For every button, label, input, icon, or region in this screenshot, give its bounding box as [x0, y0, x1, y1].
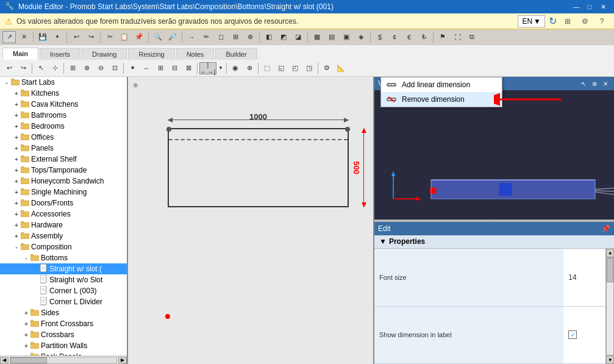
tab-drawing[interactable]: Drawing: [82, 48, 127, 60]
tree-item[interactable]: +Kitchens: [0, 88, 127, 99]
tree-item[interactable]: +External Shelf: [0, 154, 127, 165]
scroll-up-btn[interactable]: ▲: [606, 249, 614, 257]
scroll-down-btn[interactable]: ▼: [606, 355, 614, 364]
grid-icon-button[interactable]: ⊞: [560, 15, 575, 28]
prop-value-showdim[interactable]: ✓: [563, 306, 605, 364]
tree-item[interactable]: Corner L Divider: [0, 296, 127, 307]
tree-item[interactable]: +Bedrooms: [0, 121, 127, 132]
tb-btn-e[interactable]: ▤: [325, 31, 338, 43]
tb-btn-n[interactable]: ⧉: [465, 31, 479, 43]
tb2-tool11[interactable]: ◳: [302, 62, 316, 74]
language-button[interactable]: EN ▼: [518, 15, 545, 27]
settings-icon-button[interactable]: ⚙: [577, 15, 592, 28]
tree-item[interactable]: +Cava Kitchens: [0, 99, 127, 110]
tree-container[interactable]: -Start Labs+Kitchens+Cava Kitchens+Bathr…: [0, 77, 127, 355]
refresh-button[interactable]: ↻: [549, 15, 557, 27]
tb2-tool13[interactable]: 📐: [334, 62, 348, 74]
tree-item[interactable]: +Front Crossbars: [0, 318, 127, 329]
tb2-tool1[interactable]: ✦: [126, 62, 139, 74]
redo-button[interactable]: ↪: [84, 31, 98, 43]
tb2-tool3[interactable]: ⊞: [154, 62, 167, 74]
tree-item[interactable]: +Accessories: [0, 209, 127, 219]
tb2-tool4[interactable]: ⊟: [168, 62, 181, 74]
scroll-left-btn[interactable]: ◀: [0, 357, 9, 364]
tb2-tool7[interactable]: ⊕: [243, 62, 256, 74]
horizontal-scrollbar[interactable]: ◀ ▶: [0, 355, 127, 364]
tree-item[interactable]: +Back Panels: [0, 351, 127, 355]
tb2-tool2[interactable]: ↔: [140, 62, 153, 74]
tree-item[interactable]: +Assembly: [0, 230, 127, 241]
grid-button[interactable]: ⊞: [229, 31, 242, 43]
tb-btn-l[interactable]: ⚑: [436, 31, 449, 43]
tab-builder[interactable]: Builder: [215, 48, 257, 60]
snap-button[interactable]: ⊕: [243, 31, 257, 43]
tree-item[interactable]: +Crossbars: [0, 329, 127, 340]
tb-btn-c[interactable]: ◪: [291, 31, 305, 43]
tb2-tool8[interactable]: ⬚: [260, 62, 274, 74]
scroll-right-btn[interactable]: ▶: [118, 357, 127, 364]
tree-item[interactable]: Corner L (003): [0, 285, 127, 296]
tree-item[interactable]: +Honeycomb Sandwich: [0, 176, 127, 187]
pointer-button[interactable]: →: [185, 31, 198, 43]
tb-btn-i[interactable]: ¢: [388, 31, 401, 43]
tree-item[interactable]: -Start Labs: [0, 77, 127, 88]
save-button[interactable]: 💾: [36, 31, 49, 43]
eraser-button[interactable]: ◻: [214, 31, 227, 43]
close-button[interactable]: ✕: [597, 2, 609, 12]
viewport-close[interactable]: ✕: [601, 79, 610, 88]
scroll-thumb-v[interactable]: [607, 258, 613, 282]
viewport-tool1[interactable]: ↖: [579, 79, 588, 88]
tab-inserts[interactable]: Inserts: [40, 48, 80, 60]
show-dim-checkbox[interactable]: ✓: [568, 330, 577, 339]
tb2-tool6[interactable]: ◉: [229, 62, 242, 74]
tb2-zoom-sel[interactable]: ⊡: [108, 62, 121, 74]
prop-value-fontsize[interactable]: 14: [563, 249, 605, 307]
save-arrow-button[interactable]: ▼: [51, 31, 64, 43]
maximize-button[interactable]: □: [584, 2, 596, 12]
paste-button[interactable]: 📌: [132, 31, 146, 43]
tb-btn-m[interactable]: ⛶: [451, 31, 464, 43]
tree-item[interactable]: +Hardware: [0, 219, 127, 230]
cut-button[interactable]: ✂: [103, 31, 116, 43]
tb-btn-k[interactable]: ₺: [417, 31, 430, 43]
tb-btn-f[interactable]: ▣: [340, 31, 353, 43]
tb2-zoom-in2[interactable]: ⊕: [80, 62, 93, 74]
menu-add-linear-dim[interactable]: Add linear dimension: [381, 77, 502, 92]
select-tool-button[interactable]: ↗: [2, 31, 16, 43]
copy-button[interactable]: 📋: [118, 31, 131, 43]
tb2-tool10[interactable]: ◰: [288, 62, 302, 74]
viewport-tool2[interactable]: ⊕: [590, 79, 599, 88]
undo-button[interactable]: ↩: [70, 31, 83, 43]
tb2-undo[interactable]: ↩: [2, 62, 16, 74]
menu-remove-dim[interactable]: Remove dimension: [381, 92, 502, 107]
checkbox-container[interactable]: ✓: [568, 330, 601, 339]
tb-btn-d[interactable]: ▦: [310, 31, 324, 43]
tree-item[interactable]: +Single Machining: [0, 187, 127, 198]
tree-item[interactable]: +Sides: [0, 307, 127, 318]
minimize-button[interactable]: —: [570, 2, 582, 12]
tree-item[interactable]: Straight w/o Slot: [0, 274, 127, 285]
tree-item[interactable]: +Bathrooms: [0, 110, 127, 121]
tab-resizing[interactable]: Resizing: [128, 48, 174, 60]
tb2-tool12[interactable]: ⚙: [320, 62, 334, 74]
tb2-zoom-fit[interactable]: ⊞: [66, 62, 79, 74]
zoom-in-button[interactable]: 🔍: [151, 31, 165, 43]
tree-item[interactable]: Straight w/ slot (: [0, 263, 127, 274]
tree-item[interactable]: +Partition Walls: [0, 340, 127, 351]
tab-main[interactable]: Main: [2, 48, 38, 60]
pencil-button[interactable]: ✏: [199, 31, 213, 43]
tb-btn-a[interactable]: ◧: [262, 31, 276, 43]
tree-item[interactable]: -Bottoms: [0, 252, 127, 263]
tree-item[interactable]: +Tops/Tamponade: [0, 165, 127, 176]
tb2-redo[interactable]: ↪: [16, 62, 30, 74]
tab-notes[interactable]: Notes: [176, 48, 215, 60]
tb-btn-g[interactable]: ◈: [354, 31, 368, 43]
tree-item[interactable]: +Panels: [0, 143, 127, 154]
tb-btn-h[interactable]: $: [373, 31, 387, 43]
tree-item[interactable]: +Doors/Fronts: [0, 198, 127, 209]
tb2-tool9[interactable]: ◱: [274, 62, 288, 74]
tb2-dim-arrow[interactable]: ▼: [217, 62, 224, 74]
tb-btn-b[interactable]: ◩: [277, 31, 290, 43]
tb2-dim1[interactable]: |←→|: [199, 62, 216, 74]
tree-item[interactable]: -Composition: [0, 241, 127, 252]
